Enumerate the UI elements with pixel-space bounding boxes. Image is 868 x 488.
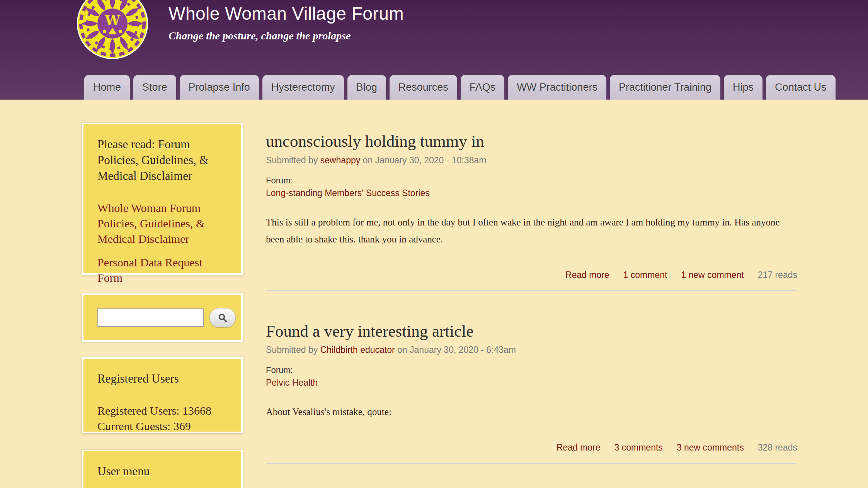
registered-users-box: Registered Users Registered Users: 13668… bbox=[82, 357, 243, 433]
submitted-prefix: Submitted by bbox=[266, 155, 318, 165]
post-submitted-line: Submitted by sewhappy on January 30, 202… bbox=[266, 155, 797, 166]
comments-link[interactable]: 3 comments bbox=[614, 442, 663, 453]
post-footer-links: Read more 3 comments 3 new comments 328 … bbox=[266, 442, 797, 453]
post-date: January 30, 2020 - 6:43am bbox=[410, 345, 516, 355]
svg-text:W: W bbox=[104, 12, 121, 28]
nav-tab-resources[interactable]: Resources bbox=[390, 75, 457, 100]
read-more-link[interactable]: Read more bbox=[557, 442, 601, 453]
nav-tab-store[interactable]: Store bbox=[133, 75, 176, 100]
search-button[interactable] bbox=[209, 308, 236, 327]
post-body: This is still a problem for me, not only… bbox=[266, 214, 780, 248]
new-comments-link[interactable]: 1 new comment bbox=[681, 270, 744, 280]
reads-count: 328 reads bbox=[758, 442, 797, 453]
forum-page: W Whole Woman Village Forum Change the p… bbox=[0, 0, 868, 488]
post-title-link[interactable]: unconsciously holding tummy in bbox=[266, 131, 797, 151]
post-submitted-line: Submitted by Childbirth educator on Janu… bbox=[266, 345, 797, 355]
forum-link[interactable]: Long-standing Members' Success Stories bbox=[266, 188, 797, 198]
author-link[interactable]: sewhappy bbox=[320, 155, 361, 165]
nav-tab-hysterectomy[interactable]: Hysterectomy bbox=[262, 75, 344, 100]
nav-tab-practitioner-training[interactable]: Practitioner Training bbox=[610, 75, 720, 100]
new-comments-link[interactable]: 3 new comments bbox=[677, 442, 744, 453]
search-input[interactable] bbox=[97, 308, 204, 327]
forum-label: Forum: bbox=[266, 365, 797, 375]
site-tagline: Change the posture, change the prolapse bbox=[168, 30, 404, 42]
submitted-prefix: Submitted by bbox=[266, 345, 318, 355]
mandala-logo-icon: W bbox=[77, 0, 148, 59]
current-guests-count: Current Guests: 369 bbox=[97, 419, 227, 434]
post-footer-links: Read more 1 comment 1 new comment 217 re… bbox=[266, 270, 797, 280]
nav-tab-hips[interactable]: Hips bbox=[724, 75, 762, 100]
magnifier-icon bbox=[218, 313, 228, 323]
registered-users-count: Registered Users: 13668 bbox=[97, 403, 227, 419]
nav-tab-faqs[interactable]: FAQs bbox=[461, 75, 505, 100]
policies-box: Please read: Forum Policies, Guidelines,… bbox=[82, 123, 243, 275]
site-title: Whole Woman Village Forum bbox=[168, 3, 404, 24]
read-more-link[interactable]: Read more bbox=[565, 270, 609, 280]
post-divider bbox=[266, 463, 797, 464]
post-body: About Vesalius's mistake, qoute: bbox=[266, 403, 780, 421]
post-title-link[interactable]: Found a very interesting article bbox=[266, 321, 797, 341]
forum-label: Forum: bbox=[266, 176, 797, 186]
forum-link[interactable]: Pelvic Health bbox=[266, 378, 797, 388]
submitted-middle: on bbox=[397, 345, 407, 355]
policies-guidelines-link[interactable]: Whole Woman Forum Policies, Guidelines, … bbox=[97, 200, 227, 247]
post-date: January 30, 2020 - 10:38am bbox=[375, 155, 487, 165]
main-nav: Home Store Prolapse Info Hysterectomy Bl… bbox=[84, 75, 836, 100]
user-menu-box: User menu bbox=[82, 450, 243, 488]
registered-users-heading: Registered Users bbox=[97, 371, 227, 387]
comments-link[interactable]: 1 comment bbox=[623, 270, 667, 280]
nav-tab-ww-practitioners[interactable]: WW Practitioners bbox=[508, 75, 606, 100]
post-teaser: Found a very interesting article Submitt… bbox=[266, 321, 797, 464]
nav-tab-blog[interactable]: Blog bbox=[347, 75, 386, 100]
search-box bbox=[82, 293, 243, 342]
post-divider bbox=[266, 290, 797, 291]
site-header: W Whole Woman Village Forum Change the p… bbox=[0, 0, 868, 100]
site-logo[interactable]: W bbox=[77, 0, 148, 59]
submitted-middle: on bbox=[363, 155, 373, 165]
policies-box-heading: Please read: Forum Policies, Guidelines,… bbox=[97, 137, 227, 184]
personal-data-request-link[interactable]: Personal Data Request Form bbox=[97, 255, 227, 286]
post-teaser: unconsciously holding tummy in Submitted… bbox=[266, 131, 797, 291]
author-link[interactable]: Childbirth educator bbox=[320, 345, 395, 355]
user-menu-heading: User menu bbox=[97, 464, 227, 480]
sidebar: Please read: Forum Policies, Guidelines,… bbox=[82, 123, 243, 488]
nav-tab-prolapse-info[interactable]: Prolapse Info bbox=[180, 75, 259, 100]
nav-tab-contact-us[interactable]: Contact Us bbox=[766, 75, 836, 100]
reads-count: 217 reads bbox=[758, 270, 797, 280]
post-list: unconsciously holding tummy in Submitted… bbox=[266, 131, 797, 464]
nav-tab-home[interactable]: Home bbox=[84, 75, 130, 100]
